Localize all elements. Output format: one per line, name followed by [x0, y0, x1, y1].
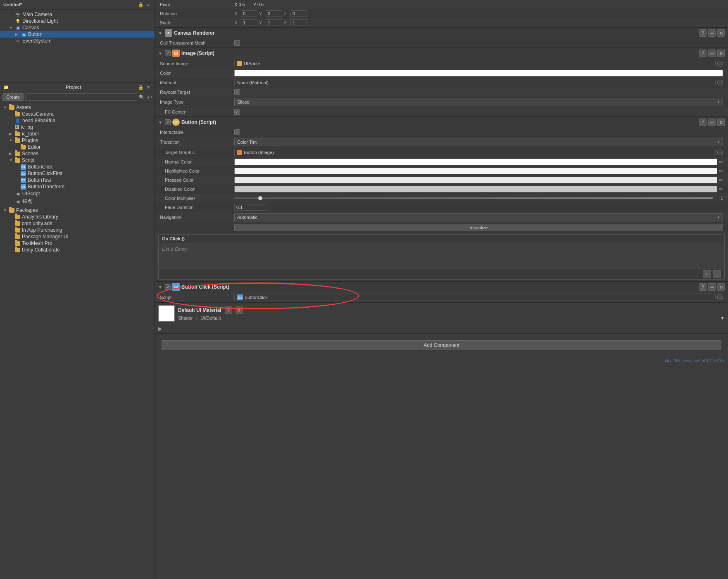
- ic-label-folder[interactable]: ▶ ic_label: [0, 131, 155, 137]
- cull-checkbox[interactable]: [234, 40, 240, 46]
- target-graphic-ref[interactable]: Button (Image): [234, 149, 716, 156]
- normal-color-pencil[interactable]: ✏: [719, 159, 723, 165]
- button-click-collapse[interactable]: ▼: [158, 285, 163, 290]
- tree-item-eventsystem[interactable]: ⚙ EventSystem: [0, 38, 155, 44]
- button-script-enable[interactable]: [165, 119, 171, 125]
- cavas-camera-folder[interactable]: CavasCamera: [0, 111, 155, 117]
- tree-item-directional-light[interactable]: 💡 Directional Light: [0, 18, 155, 24]
- pressed-color-pencil[interactable]: ✏: [719, 177, 723, 183]
- image-script-settings1[interactable]: ⇔: [708, 50, 716, 57]
- material-target[interactable]: ◎: [717, 80, 723, 85]
- tree-item-button[interactable]: ▶ ▣ Button: [0, 31, 155, 38]
- highlighted-color-pencil[interactable]: ✏: [719, 168, 723, 174]
- ui-script-file[interactable]: ◄ UIScript: [0, 190, 155, 197]
- visualize-button[interactable]: Visualize: [234, 224, 723, 231]
- expand-arrow[interactable]: ▶: [158, 326, 162, 332]
- rotation-z-input[interactable]: [290, 10, 307, 17]
- canvas-renderer-settings1[interactable]: ⇔: [708, 29, 716, 37]
- onclick-header: On Click (): [159, 235, 724, 243]
- canvas-renderer-settings2[interactable]: ⚙: [717, 29, 725, 37]
- scale-z-input[interactable]: [290, 19, 307, 26]
- button-transform-label: ButtonTransform: [28, 184, 64, 190]
- canvas-renderer-help[interactable]: ?: [699, 29, 707, 37]
- button-script-settings2[interactable]: ⚙: [717, 119, 725, 126]
- pressed-color-swatch[interactable]: [234, 177, 717, 183]
- head-item[interactable]: 👤 head.88ba9f6a: [0, 117, 155, 124]
- button-click-header-icons: ? ⇔ ⚙: [699, 283, 725, 291]
- script-folder[interactable]: ▼ Script: [0, 157, 155, 164]
- fade-duration-input[interactable]: [234, 204, 267, 211]
- normal-color-swatch[interactable]: [234, 159, 717, 165]
- project-toolbar: Create 🔍 🏷: [0, 92, 155, 102]
- tree-item-main-camera[interactable]: 📷 Main Camera: [0, 11, 155, 18]
- button-script-settings1[interactable]: ⇔: [708, 119, 716, 126]
- image-type-dropdown[interactable]: Sliced ▼: [234, 98, 723, 106]
- scenes-folder[interactable]: ▶ Scenes: [0, 150, 155, 157]
- plugins-folder[interactable]: ▼ Plugins: [0, 137, 155, 144]
- create-button[interactable]: Create: [2, 93, 24, 101]
- scale-y-input[interactable]: [266, 19, 282, 26]
- anchor-file[interactable]: ◄ 锚点: [0, 197, 155, 205]
- source-image-ref[interactable]: UISprite: [234, 60, 716, 67]
- material-ref[interactable]: None (Material): [234, 79, 716, 86]
- onclick-plus[interactable]: +: [703, 270, 711, 278]
- analytics-folder[interactable]: Analytics Library: [0, 214, 155, 220]
- raycast-checkbox[interactable]: [234, 89, 240, 95]
- search-icon[interactable]: 🔍: [139, 94, 145, 100]
- tree-item-canvas[interactable]: ▼ ▣ Canvas: [0, 24, 155, 31]
- button-click-script-target[interactable]: ◎: [717, 294, 723, 300]
- image-script-settings2[interactable]: ⚙: [717, 50, 725, 57]
- ic-bg-item[interactable]: 🖼 ic_bg: [0, 124, 155, 131]
- assets-folder[interactable]: ▼ Assets: [0, 104, 155, 111]
- onclick-minus[interactable]: −: [713, 270, 721, 278]
- button-click-settings1[interactable]: ⇔: [708, 283, 716, 291]
- material-help[interactable]: ?: [225, 306, 232, 314]
- highlighted-color-swatch[interactable]: [234, 168, 717, 174]
- packages-folder[interactable]: ▼ Packages: [0, 207, 155, 214]
- button-click-file[interactable]: C# ButtonClick: [0, 164, 155, 170]
- disabled-color-swatch[interactable]: [234, 186, 717, 192]
- unity-collaborate-folder[interactable]: Unity Collaborate: [0, 247, 155, 253]
- image-script-collapse[interactable]: ▼: [158, 51, 163, 56]
- normal-color-label: Normal Color: [160, 159, 234, 164]
- color-multiplier-track[interactable]: [234, 197, 713, 199]
- source-image-target[interactable]: ◎: [717, 61, 723, 66]
- button-click-help[interactable]: ?: [699, 283, 707, 291]
- add-component-button[interactable]: Add Component: [162, 340, 721, 350]
- package-manager-folder[interactable]: Package Manager UI: [0, 233, 155, 240]
- interactable-checkbox[interactable]: [234, 129, 240, 135]
- editor-folder[interactable]: Editor: [0, 144, 155, 150]
- disabled-color-pencil[interactable]: ✏: [719, 186, 723, 192]
- button-test-file[interactable]: C# ButtonTest: [0, 177, 155, 183]
- unity-ads-folder[interactable]: com.unity.ads: [0, 220, 155, 227]
- button-click-label: ButtonClick: [28, 164, 53, 170]
- menu-icon-project[interactable]: ≡: [145, 84, 151, 90]
- image-script-enable[interactable]: [165, 50, 171, 56]
- canvas-renderer-collapse[interactable]: ▼: [158, 31, 163, 36]
- rotation-y-input[interactable]: [266, 10, 282, 17]
- textmesh-folder[interactable]: TextMesh Pro: [0, 240, 155, 247]
- button-click-enable[interactable]: [165, 284, 171, 290]
- button-click-first-file[interactable]: C# ButtonClickFirst: [0, 170, 155, 177]
- button-click-script-ref[interactable]: C# ButtonClick: [234, 294, 716, 301]
- tag-icon[interactable]: 🏷: [146, 94, 152, 100]
- lock-icon-project[interactable]: 🔒: [138, 84, 144, 90]
- rotation-x-input[interactable]: [241, 10, 257, 17]
- lock-icon[interactable]: 🔒: [138, 2, 144, 7]
- target-graphic-target[interactable]: ◎: [717, 149, 723, 155]
- scale-x-input[interactable]: [241, 19, 257, 26]
- transition-dropdown[interactable]: Color Tint ▼: [234, 138, 723, 146]
- button-script-collapse[interactable]: ▼: [158, 120, 163, 125]
- navigation-dropdown[interactable]: Automatic ▼: [234, 213, 723, 221]
- image-script-help[interactable]: ?: [699, 50, 707, 57]
- project-search-input[interactable]: [25, 93, 137, 101]
- in-app-folder[interactable]: In App Purchasing: [0, 227, 155, 233]
- menu-icon[interactable]: ≡: [145, 2, 151, 7]
- color-swatch[interactable]: [234, 70, 723, 76]
- button-transform-file[interactable]: C# ButtonTransform: [0, 183, 155, 190]
- button-click-settings2[interactable]: ⚙: [717, 283, 725, 291]
- assets-label: Assets: [16, 104, 31, 110]
- material-settings[interactable]: ⚙: [236, 306, 243, 314]
- fill-center-checkbox[interactable]: [234, 109, 240, 115]
- button-script-help[interactable]: ?: [699, 119, 707, 126]
